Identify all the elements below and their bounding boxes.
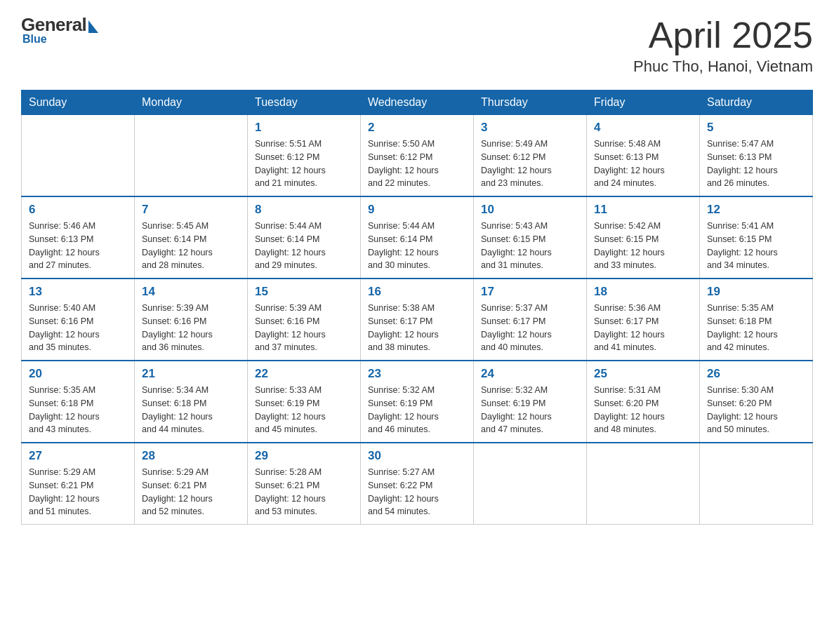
weekday-header-sunday: Sunday	[22, 90, 135, 115]
calendar-cell: 15Sunrise: 5:39 AM Sunset: 6:16 PM Dayli…	[248, 279, 361, 361]
day-number: 22	[255, 367, 353, 381]
calendar-cell: 23Sunrise: 5:32 AM Sunset: 6:19 PM Dayli…	[361, 361, 474, 443]
calendar-cell: 18Sunrise: 5:36 AM Sunset: 6:17 PM Dayli…	[587, 279, 700, 361]
calendar-week-row: 20Sunrise: 5:35 AM Sunset: 6:18 PM Dayli…	[22, 361, 813, 443]
day-number: 19	[707, 285, 805, 299]
calendar-cell: 29Sunrise: 5:28 AM Sunset: 6:21 PM Dayli…	[248, 443, 361, 525]
calendar-cell: 10Sunrise: 5:43 AM Sunset: 6:15 PM Dayli…	[474, 196, 587, 279]
day-info: Sunrise: 5:27 AM Sunset: 6:22 PM Dayligh…	[368, 466, 466, 518]
day-number: 26	[707, 367, 805, 381]
calendar-cell: 21Sunrise: 5:34 AM Sunset: 6:18 PM Dayli…	[135, 361, 248, 443]
day-number: 25	[594, 367, 692, 381]
day-info: Sunrise: 5:32 AM Sunset: 6:19 PM Dayligh…	[368, 384, 466, 436]
day-info: Sunrise: 5:30 AM Sunset: 6:20 PM Dayligh…	[707, 384, 805, 436]
logo-blue-text: Blue	[22, 33, 47, 46]
day-number: 12	[707, 203, 805, 217]
day-info: Sunrise: 5:39 AM Sunset: 6:16 PM Dayligh…	[255, 302, 353, 354]
day-number: 30	[368, 449, 466, 463]
day-info: Sunrise: 5:45 AM Sunset: 6:14 PM Dayligh…	[142, 220, 240, 272]
calendar-cell: 27Sunrise: 5:29 AM Sunset: 6:21 PM Dayli…	[22, 443, 135, 525]
day-number: 15	[255, 285, 353, 299]
day-info: Sunrise: 5:29 AM Sunset: 6:21 PM Dayligh…	[142, 466, 240, 518]
day-info: Sunrise: 5:47 AM Sunset: 6:13 PM Dayligh…	[707, 137, 805, 190]
calendar-cell: 7Sunrise: 5:45 AM Sunset: 6:14 PM Daylig…	[135, 196, 248, 279]
day-number: 14	[142, 285, 240, 299]
weekday-header-thursday: Thursday	[474, 90, 587, 115]
calendar-cell: 2Sunrise: 5:50 AM Sunset: 6:12 PM Daylig…	[361, 115, 474, 197]
calendar-week-row: 1Sunrise: 5:51 AM Sunset: 6:12 PM Daylig…	[22, 115, 813, 197]
day-number: 27	[29, 449, 127, 463]
calendar-cell: 25Sunrise: 5:31 AM Sunset: 6:20 PM Dayli…	[587, 361, 700, 443]
calendar-week-row: 6Sunrise: 5:46 AM Sunset: 6:13 PM Daylig…	[22, 196, 813, 279]
calendar-cell: 30Sunrise: 5:27 AM Sunset: 6:22 PM Dayli…	[361, 443, 474, 525]
day-number: 5	[707, 121, 805, 135]
calendar-cell: 13Sunrise: 5:40 AM Sunset: 6:16 PM Dayli…	[22, 279, 135, 361]
day-number: 17	[481, 285, 579, 299]
weekday-header-wednesday: Wednesday	[361, 90, 474, 115]
day-info: Sunrise: 5:42 AM Sunset: 6:15 PM Dayligh…	[594, 220, 692, 272]
day-number: 7	[142, 203, 240, 217]
calendar-subtitle: Phuc Tho, Hanoi, Vietnam	[633, 58, 813, 76]
day-number: 3	[481, 121, 579, 135]
weekday-header-tuesday: Tuesday	[248, 90, 361, 115]
day-info: Sunrise: 5:41 AM Sunset: 6:15 PM Dayligh…	[707, 220, 805, 272]
day-number: 20	[29, 367, 127, 381]
calendar-week-row: 13Sunrise: 5:40 AM Sunset: 6:16 PM Dayli…	[22, 279, 813, 361]
calendar-cell: 16Sunrise: 5:38 AM Sunset: 6:17 PM Dayli…	[361, 279, 474, 361]
calendar-cell	[474, 443, 587, 525]
calendar-cell	[135, 115, 248, 197]
day-info: Sunrise: 5:44 AM Sunset: 6:14 PM Dayligh…	[255, 220, 353, 272]
day-number: 18	[594, 285, 692, 299]
day-number: 21	[142, 367, 240, 381]
day-info: Sunrise: 5:39 AM Sunset: 6:16 PM Dayligh…	[142, 302, 240, 354]
day-number: 16	[368, 285, 466, 299]
day-info: Sunrise: 5:34 AM Sunset: 6:18 PM Dayligh…	[142, 384, 240, 436]
title-block: April 2025 Phuc Tho, Hanoi, Vietnam	[633, 14, 813, 76]
calendar-cell: 28Sunrise: 5:29 AM Sunset: 6:21 PM Dayli…	[135, 443, 248, 525]
calendar-header-row: SundayMondayTuesdayWednesdayThursdayFrid…	[22, 90, 813, 115]
calendar-cell: 19Sunrise: 5:35 AM Sunset: 6:18 PM Dayli…	[700, 279, 813, 361]
day-info: Sunrise: 5:46 AM Sunset: 6:13 PM Dayligh…	[29, 220, 127, 272]
day-number: 23	[368, 367, 466, 381]
calendar-cell	[700, 443, 813, 525]
logo: General Blue	[21, 14, 98, 46]
calendar-cell: 26Sunrise: 5:30 AM Sunset: 6:20 PM Dayli…	[700, 361, 813, 443]
calendar-cell: 5Sunrise: 5:47 AM Sunset: 6:13 PM Daylig…	[700, 115, 813, 197]
day-info: Sunrise: 5:44 AM Sunset: 6:14 PM Dayligh…	[368, 220, 466, 272]
logo-triangle-icon	[88, 20, 98, 33]
day-number: 11	[594, 203, 692, 217]
day-info: Sunrise: 5:35 AM Sunset: 6:18 PM Dayligh…	[707, 302, 805, 354]
calendar-cell: 3Sunrise: 5:49 AM Sunset: 6:12 PM Daylig…	[474, 115, 587, 197]
day-info: Sunrise: 5:35 AM Sunset: 6:18 PM Dayligh…	[29, 384, 127, 436]
day-info: Sunrise: 5:31 AM Sunset: 6:20 PM Dayligh…	[594, 384, 692, 436]
calendar-cell: 14Sunrise: 5:39 AM Sunset: 6:16 PM Dayli…	[135, 279, 248, 361]
day-info: Sunrise: 5:29 AM Sunset: 6:21 PM Dayligh…	[29, 466, 127, 518]
weekday-header-friday: Friday	[587, 90, 700, 115]
day-info: Sunrise: 5:33 AM Sunset: 6:19 PM Dayligh…	[255, 384, 353, 436]
calendar-cell: 22Sunrise: 5:33 AM Sunset: 6:19 PM Dayli…	[248, 361, 361, 443]
calendar-cell: 4Sunrise: 5:48 AM Sunset: 6:13 PM Daylig…	[587, 115, 700, 197]
calendar-cell: 12Sunrise: 5:41 AM Sunset: 6:15 PM Dayli…	[700, 196, 813, 279]
calendar-cell	[587, 443, 700, 525]
day-info: Sunrise: 5:40 AM Sunset: 6:16 PM Dayligh…	[29, 302, 127, 354]
calendar-cell: 1Sunrise: 5:51 AM Sunset: 6:12 PM Daylig…	[248, 115, 361, 197]
day-number: 10	[481, 203, 579, 217]
day-info: Sunrise: 5:32 AM Sunset: 6:19 PM Dayligh…	[481, 384, 579, 436]
calendar-table: SundayMondayTuesdayWednesdayThursdayFrid…	[21, 90, 813, 525]
day-number: 4	[594, 121, 692, 135]
calendar-cell	[22, 115, 135, 197]
day-info: Sunrise: 5:51 AM Sunset: 6:12 PM Dayligh…	[255, 137, 353, 190]
calendar-cell: 17Sunrise: 5:37 AM Sunset: 6:17 PM Dayli…	[474, 279, 587, 361]
day-number: 29	[255, 449, 353, 463]
day-info: Sunrise: 5:50 AM Sunset: 6:12 PM Dayligh…	[368, 137, 466, 190]
day-number: 9	[368, 203, 466, 217]
calendar-cell: 6Sunrise: 5:46 AM Sunset: 6:13 PM Daylig…	[22, 196, 135, 279]
calendar-title: April 2025	[633, 14, 813, 56]
day-info: Sunrise: 5:36 AM Sunset: 6:17 PM Dayligh…	[594, 302, 692, 354]
day-number: 13	[29, 285, 127, 299]
page-header: General Blue April 2025 Phuc Tho, Hanoi,…	[21, 14, 813, 76]
day-info: Sunrise: 5:28 AM Sunset: 6:21 PM Dayligh…	[255, 466, 353, 518]
weekday-header-saturday: Saturday	[700, 90, 813, 115]
calendar-week-row: 27Sunrise: 5:29 AM Sunset: 6:21 PM Dayli…	[22, 443, 813, 525]
calendar-cell: 20Sunrise: 5:35 AM Sunset: 6:18 PM Dayli…	[22, 361, 135, 443]
